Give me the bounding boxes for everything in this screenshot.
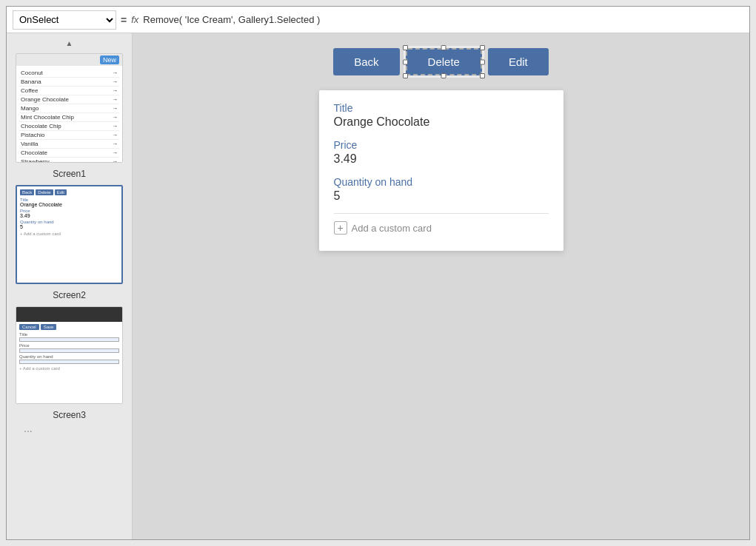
s3-add-custom: + Add a custom card xyxy=(19,366,119,371)
list-item: Coconut→ xyxy=(19,69,119,78)
app-container: OnSelect = fx ▲ ··· New Coconut→ xyxy=(6,6,750,540)
title-field-value: Orange Chocolate xyxy=(334,115,549,129)
handle-br xyxy=(480,73,485,78)
scroll-up-button[interactable]: ▲ xyxy=(7,36,132,50)
add-plus-icon: + xyxy=(334,221,347,235)
edit-button[interactable]: Edit xyxy=(488,48,549,75)
s2-title-value: Orange Chocolate xyxy=(20,202,118,207)
price-field-value: 3.49 xyxy=(334,152,549,166)
delete-btn-wrapper: Delete xyxy=(406,48,482,75)
list-item: Chocolate Chip→ xyxy=(19,122,119,131)
detail-card-body: Title Orange Chocolate Price 3.49 Quanti… xyxy=(319,90,563,251)
formula-bar: OnSelect = fx xyxy=(7,7,749,33)
handle-tr xyxy=(480,45,485,50)
list-item: Mint Chocolate Chip→ xyxy=(19,113,119,122)
s3-save-btn[interactable]: Save xyxy=(41,324,57,330)
s2-qty-value: 5 xyxy=(20,224,118,229)
equals-sign: = xyxy=(121,14,127,26)
list-item: Chocolate→ xyxy=(19,149,119,158)
s2-delete-btn[interactable]: Delete xyxy=(36,189,53,195)
delete-button[interactable]: Delete xyxy=(406,48,482,75)
list-item: Orange Chocolate→ xyxy=(19,95,119,104)
detail-card: Title Orange Chocolate Price 3.49 Quanti… xyxy=(319,90,563,251)
quantity-field-label: Quantity on hand xyxy=(334,176,549,188)
list-item: Coffee→ xyxy=(19,87,119,95)
property-select-wrapper[interactable]: OnSelect xyxy=(13,10,116,30)
sidebar: ▲ ··· New Coconut→ Banana→ Coffee→ Orang… xyxy=(7,33,133,539)
screen1-content: Coconut→ Banana→ Coffee→ Orange Chocolat… xyxy=(16,66,122,162)
handle-tl xyxy=(403,45,408,50)
s3-topbar xyxy=(16,307,122,322)
screen3-label: Screen3 xyxy=(7,407,132,423)
new-badge: New xyxy=(100,55,119,64)
s3-cancel-btn[interactable]: Cancel xyxy=(19,324,39,330)
handle-ml xyxy=(403,59,408,64)
s3-price-field: Price xyxy=(19,343,119,353)
screen1-list: Coconut→ Banana→ Coffee→ Orange Chocolat… xyxy=(16,66,122,162)
main-area: ▲ ··· New Coconut→ Banana→ Coffee→ Orang… xyxy=(7,33,749,539)
canvas-content: Back Delete Edit xyxy=(319,48,563,251)
back-button[interactable]: Back xyxy=(333,48,399,75)
screen3-content: Cancel Save Title Price Quantity on xyxy=(16,307,122,403)
canvas-area: Back Delete Edit xyxy=(133,33,749,539)
list-item: Strawberry→ xyxy=(19,158,119,162)
list-item: Mango→ xyxy=(19,104,119,113)
list-item: Pistachio→ xyxy=(19,131,119,140)
s3-qty-field: Quantity on hand xyxy=(19,354,119,364)
s3-title-field: Title xyxy=(19,332,119,342)
screen1-label: Screen1 xyxy=(7,166,132,182)
screen3-thumbnail[interactable]: Cancel Save Title Price Quantity on xyxy=(16,306,123,404)
handle-tm xyxy=(441,45,446,50)
s2-price-value: 3.49 xyxy=(20,213,118,218)
quantity-field-value: 5 xyxy=(334,189,549,203)
formula-input[interactable] xyxy=(143,14,743,25)
price-field-label: Price xyxy=(334,139,549,151)
s2-edit-btn[interactable]: Edit xyxy=(55,189,67,195)
screen2-label: Screen2 xyxy=(7,287,132,303)
property-select[interactable]: OnSelect xyxy=(13,10,116,30)
screen2-content: Back Delete Edit Title Orange Chocolate … xyxy=(17,186,121,283)
list-item: Banana→ xyxy=(19,78,119,87)
title-field-label: Title xyxy=(334,102,549,114)
handle-mr xyxy=(480,59,485,64)
add-custom-label: Add a custom card xyxy=(352,223,432,234)
screen1-thumbnail[interactable]: New Coconut→ Banana→ Coffee→ Orange Choc… xyxy=(16,53,123,163)
detail-buttons-row: Back Delete Edit xyxy=(333,48,549,75)
screen2-thumbnail[interactable]: Back Delete Edit Title Orange Chocolate … xyxy=(16,185,123,284)
screen1-header: New xyxy=(16,54,122,66)
list-item: Vanilla→ xyxy=(19,140,119,149)
screen3-dots-menu[interactable]: ··· xyxy=(24,425,33,437)
s2-add-custom: + Add a custom card xyxy=(20,232,118,236)
add-custom-card[interactable]: + Add a custom card xyxy=(334,213,549,239)
handle-bm xyxy=(441,73,446,78)
fx-label: fx xyxy=(131,14,138,25)
s2-back-btn[interactable]: Back xyxy=(20,189,34,195)
handle-bl xyxy=(403,73,408,78)
